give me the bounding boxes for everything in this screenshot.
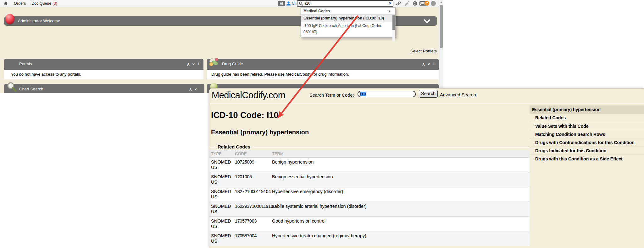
portlet-drug-guide-title: Drug Guide bbox=[222, 59, 243, 70]
chevron-down-icon[interactable] bbox=[424, 19, 430, 23]
portlet-portals-header[interactable]: Portals ∧ × + bbox=[4, 59, 203, 70]
sidebar-item-contraindications[interactable]: Drugs with Contraindications for this Co… bbox=[530, 138, 644, 146]
collapse-icon[interactable]: ∧ bbox=[187, 62, 190, 66]
icd10-heading: ICD-10 Code: I10 bbox=[211, 111, 279, 120]
portlet-chart-search-header[interactable]: Chart Search ∧ × bbox=[4, 84, 204, 93]
ai-badge[interactable]: AI bbox=[278, 1, 285, 6]
home-icon[interactable] bbox=[3, 1, 8, 6]
related-codes-fieldset: Related Codes bbox=[210, 147, 530, 147]
drug-guide-text-after: for drug information. bbox=[311, 72, 349, 77]
red-sphere-icon bbox=[5, 14, 14, 24]
help-icon[interactable]: ? bbox=[425, 1, 429, 6]
dropdown-item-cockroach[interactable]: I100-IgE Cockroach,American (LabCorp Ord… bbox=[301, 22, 395, 37]
selected-search-text: I10 bbox=[360, 92, 366, 96]
magnifier-icon bbox=[7, 82, 17, 93]
wand-icon[interactable] bbox=[404, 1, 410, 6]
code-search-input[interactable]: I10 bbox=[358, 91, 416, 97]
medicalcodify-link[interactable]: MedicalCodify bbox=[286, 72, 311, 77]
portlet-portals-title: Portals bbox=[19, 59, 32, 70]
search-term-label: Search Term or Code: bbox=[309, 93, 354, 98]
cell-term: Labile systemic arterial hypertension (d… bbox=[272, 204, 527, 209]
site-title: MedicalCodify.com bbox=[212, 90, 285, 100]
collapse-icon[interactable]: ∧ bbox=[422, 62, 425, 66]
screen: Orders Doc Queue (3) AI Clir i10 × ? Adm… bbox=[0, 0, 644, 248]
table-row: SNOMED US 1201005 Benign essential hyper… bbox=[209, 172, 530, 187]
sidebar-item-indicated[interactable]: Drugs Indicated for this Condition bbox=[530, 146, 644, 154]
cell-type: SNOMED US bbox=[211, 174, 234, 185]
dropdown-scrollbar[interactable] bbox=[392, 15, 395, 41]
ehr-desktop: Administrator Welcome Select Portlets Po… bbox=[0, 7, 439, 93]
doc-queue-count: (3) bbox=[53, 1, 57, 6]
portlet-drug-guide-header[interactable]: Drug Guide ∧ × + bbox=[207, 59, 439, 70]
dropdown-item-line2: 069187) bbox=[303, 29, 391, 35]
sidebar-item-condition[interactable]: Essential (primary) hypertension bbox=[530, 105, 644, 114]
cell-code: 170577003 bbox=[235, 218, 257, 224]
link-icon[interactable] bbox=[396, 1, 402, 6]
close-icon[interactable]: × bbox=[194, 87, 197, 91]
close-icon[interactable]: × bbox=[192, 62, 195, 66]
dropdown-group-label: Medical Codes bbox=[303, 9, 330, 13]
collapse-triangle-icon[interactable]: ▲ bbox=[388, 8, 391, 15]
main-toolbar: Orders Doc Queue (3) AI Clir i10 × ? bbox=[0, 0, 439, 7]
table-row: SNOMED US 170587004 Hypertensive treatm.… bbox=[209, 231, 530, 246]
dropdown-group-header: Medical Codes ▲ bbox=[301, 8, 395, 15]
drug-guide-text: Drug guide has been retired. Please use bbox=[211, 72, 286, 77]
sidebar-item-matching-condition[interactable]: Matching Condition Search Rows bbox=[530, 130, 644, 138]
portlet-chart-search-title: Chart Search bbox=[19, 84, 43, 93]
banner-title: Administrator Welcome bbox=[18, 16, 60, 26]
collapse-icon[interactable]: ∧ bbox=[189, 87, 192, 91]
portlet-portals-body: You do not have access to any portals. bbox=[4, 70, 203, 79]
sidebar-item-value-sets[interactable]: Value Sets with this Code bbox=[530, 122, 644, 130]
cell-term: Hypertensive emergency (disorder) bbox=[272, 189, 527, 194]
advanced-search-link[interactable]: Advanced Search bbox=[440, 92, 476, 97]
cell-type: SNOMED US bbox=[211, 233, 234, 244]
cell-code: 16229371000119106 bbox=[235, 204, 275, 209]
menu-doc-queue[interactable]: Doc Queue (3) bbox=[31, 0, 57, 7]
pills-icon bbox=[209, 57, 219, 67]
table-row: SNOMED US 10725009 Benign hypertension bbox=[209, 158, 530, 172]
search-button[interactable]: Search bbox=[419, 90, 438, 98]
global-search-box[interactable]: i10 × bbox=[297, 0, 393, 7]
move-icon[interactable]: + bbox=[432, 61, 436, 67]
ehr-window: Orders Doc Queue (3) AI Clir i10 × ? Adm… bbox=[0, 0, 443, 93]
col-code: CODE bbox=[235, 150, 247, 158]
table-row: SNOMED US 132721000119104 Hypertensive e… bbox=[209, 187, 530, 202]
status-circle-icon bbox=[431, 1, 436, 6]
col-type: TYPE bbox=[211, 150, 222, 158]
sidebar-item-related-codes[interactable]: Related Codes bbox=[530, 114, 644, 122]
condition-heading: Essential (primary) hypertension bbox=[211, 129, 309, 136]
search-suggestions-dropdown: Medical Codes ▲ Essential (primary) hype… bbox=[301, 7, 396, 37]
close-icon[interactable]: × bbox=[427, 62, 430, 66]
cell-code: 170587004 bbox=[235, 233, 257, 239]
cell-type: SNOMED US bbox=[211, 204, 234, 214]
cell-term: Benign essential hypertension bbox=[272, 174, 527, 180]
table-row: SNOMED US 16229371000119106 Labile syste… bbox=[209, 202, 530, 217]
dropdown-item-hypertension[interactable]: Essential (primary) hypertension (ICD10:… bbox=[301, 15, 395, 22]
col-term: TERM bbox=[272, 150, 284, 158]
doc-queue-label: Doc Queue bbox=[31, 1, 51, 6]
menu-orders[interactable]: Orders bbox=[14, 0, 26, 7]
related-codes-legend: Related Codes bbox=[216, 144, 252, 149]
search-clear-icon[interactable]: × bbox=[389, 1, 391, 6]
page-nav-sidebar: Essential (primary) hypertension Related… bbox=[530, 105, 644, 163]
user-icon bbox=[286, 1, 291, 6]
dropdown-item-line1: I100-IgE Cockroach,American (LabCorp Ord… bbox=[303, 23, 391, 29]
global-search-input[interactable]: i10 bbox=[305, 1, 310, 6]
scrollbar-thumb[interactable] bbox=[440, 5, 443, 48]
globe-icon[interactable] bbox=[412, 1, 418, 6]
cell-code: 10725009 bbox=[235, 159, 254, 165]
sidebar-item-side-effect[interactable]: Drugs with this Condition as a Side Effe… bbox=[530, 154, 644, 163]
search-icon bbox=[299, 1, 303, 6]
move-icon[interactable]: + bbox=[197, 61, 200, 67]
portals-message: You do not have access to any portals. bbox=[11, 70, 81, 79]
table-row: SNOMED US 170577003 Good hypertension co… bbox=[209, 217, 530, 231]
cell-term: Benign hypertension bbox=[272, 159, 527, 165]
scroll-up-icon[interactable]: ▲ bbox=[440, 1, 442, 3]
cell-code: 1201005 bbox=[235, 174, 252, 180]
cell-term: Good hypertension control bbox=[272, 218, 527, 224]
select-portlets-link[interactable]: Select Portlets bbox=[410, 49, 437, 53]
portlet-drug-guide-body: Drug guide has been retired. Please use … bbox=[207, 70, 439, 79]
table-header-row: TYPE CODE TERM bbox=[209, 150, 530, 158]
medicalcodify-page: MedicalCodify.com Search Term or Code: I… bbox=[209, 88, 644, 248]
window-scrollbar[interactable]: ▲ bbox=[439, 0, 443, 93]
